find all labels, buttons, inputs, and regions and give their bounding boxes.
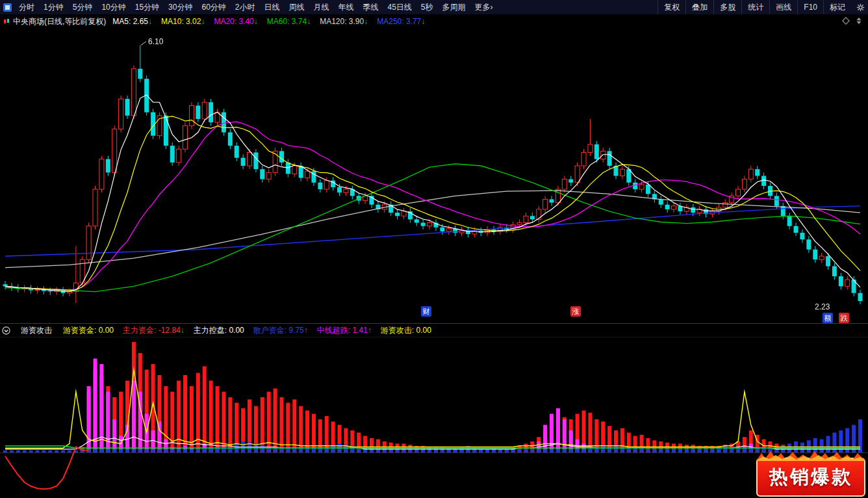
ma-item-2-text: MA20: 3.40 <box>214 17 253 26</box>
chart-badge-3[interactable]: 跌 <box>839 313 849 323</box>
indicator-item-3-arrow: ↑ <box>304 326 308 335</box>
ma-item-3: MA60: 3.74↓ <box>267 17 311 26</box>
collapse-icon[interactable] <box>2 326 10 335</box>
top-menu-bar: 分时1分钟5分钟10分钟15分钟30分钟60分钟2小时日线周线月线年线季线45日… <box>0 0 868 14</box>
menu-tool-5[interactable]: F10 <box>797 0 823 14</box>
menu-period-13[interactable]: 45日线 <box>383 0 416 14</box>
menu-period-9[interactable]: 周线 <box>285 0 309 14</box>
indicator-item-5-text: 游资攻击: 0.00 <box>381 326 431 335</box>
ma-item-1-arrow: ↓ <box>201 17 205 26</box>
menu-period-6[interactable]: 60分钟 <box>197 0 230 14</box>
menu-tool-6[interactable]: 标记 <box>823 0 851 14</box>
menu-period-10[interactable]: 月线 <box>309 0 334 14</box>
menu-period-8[interactable]: 日线 <box>260 0 285 14</box>
ma-item-5: MA250: 3.77↓ <box>377 17 425 26</box>
menu-period-7[interactable]: 2小时 <box>231 0 260 14</box>
stock-chart-icon[interactable] <box>3 18 10 25</box>
menu-period-12[interactable]: 季线 <box>359 0 383 14</box>
chart-badge-0[interactable]: 财 <box>421 306 431 317</box>
menu-period-11[interactable]: 年线 <box>334 0 359 14</box>
ma-item-1: MA10: 3.02↓ <box>161 17 205 26</box>
menu-period-14[interactable]: 5秒 <box>416 0 438 14</box>
indicator-chart-canvas[interactable] <box>0 337 868 498</box>
indicator-item-1: 主力资金: -12.84↓ <box>123 325 185 336</box>
low-price-label: 2.23 <box>815 302 830 311</box>
indicator-item-5: 游资攻击: 0.00 <box>381 325 431 336</box>
indicator-item-3: 散户资金: 9.75↑ <box>253 325 308 336</box>
indicator-item-4: 中线超跌: 1.41↑ <box>317 325 372 336</box>
indicator-item-2-text: 主力控盘: 0.00 <box>194 326 244 335</box>
gear-icon[interactable] <box>856 3 865 12</box>
menu-period-1[interactable]: 1分钟 <box>39 0 68 14</box>
menu-period-5[interactable]: 30分钟 <box>164 0 197 14</box>
menu-period-15[interactable]: 多周期 <box>438 0 470 14</box>
indicator-item-1-arrow: ↓ <box>181 326 185 335</box>
indicator-item-0-text: 游资资金: 0.00 <box>63 326 114 335</box>
indicator-panel-title[interactable]: 游资攻击 <box>21 325 52 336</box>
indicator-chart-panel: 热销爆款 <box>0 337 868 498</box>
indicator-item-4-text: 中线超跌: 1.41 <box>317 326 368 335</box>
ma-item-4-text: MA120: 3.90 <box>320 17 364 26</box>
indicator-item-1-text: 主力资金: -12.84 <box>123 326 181 335</box>
indicator-header-bar: 游资攻击 游资资金: 0.00主力资金: -12.84↓主力控盘: 0.00散户… <box>0 324 868 337</box>
period-menu-container: 分时1分钟5分钟10分钟15分钟30分钟60分钟2小时日线周线月线年线季线45日… <box>3 0 498 14</box>
ma-item-1-text: MA10: 3.02 <box>161 17 201 26</box>
indicator-values-list: 游资资金: 0.00主力资金: -12.84↓主力控盘: 0.00散户资金: 9… <box>61 325 431 336</box>
peak-price-label: 6.10 <box>148 37 163 46</box>
ma-item-0-arrow: ↓ <box>148 17 152 26</box>
stock-title: 中央商场(日线,等比前复权) <box>13 16 106 27</box>
menu-tool-4[interactable]: 画线 <box>769 0 797 14</box>
ma-item-4-arrow: ↓ <box>364 17 368 26</box>
menu-period-4[interactable]: 15分钟 <box>131 0 164 14</box>
indicator-item-4-arrow: ↑ <box>368 326 372 335</box>
ma-item-0-text: MA5: 2.65 <box>112 17 148 26</box>
chart-badge-2[interactable]: 额 <box>823 313 833 323</box>
chart-badge-1[interactable]: 涨 <box>570 306 581 317</box>
promo-banner[interactable]: 热销爆款 <box>756 458 865 497</box>
tool-menu-container: 复权叠加多股统计画线F10标记 <box>657 0 865 14</box>
menu-tool-2[interactable]: 多股 <box>713 0 741 14</box>
tool-menu: 复权叠加多股统计画线F10标记 <box>657 0 851 14</box>
menu-tool-1[interactable]: 叠加 <box>685 0 713 14</box>
period-menu: 分时1分钟5分钟10分钟15分钟30分钟60分钟2小时日线周线月线年线季线45日… <box>14 0 498 14</box>
ma-item-3-arrow: ↓ <box>307 17 311 26</box>
ma-item-2-arrow: ↓ <box>254 17 258 26</box>
menu-tool-0[interactable]: 复权 <box>657 0 685 14</box>
ma-item-5-text: MA250: 3.77 <box>377 17 421 26</box>
diamond-icon[interactable] <box>842 17 850 27</box>
ma-values-list: MA5: 2.65↓MA10: 3.02↓MA20: 3.40↓MA60: 3.… <box>112 17 842 26</box>
indicator-item-2: 主力控盘: 0.00 <box>194 325 244 336</box>
ma-item-4: MA120: 3.90↓ <box>320 17 368 26</box>
indicator-item-3-text: 散户资金: 9.75 <box>253 326 304 335</box>
main-chart-canvas[interactable] <box>0 29 868 323</box>
flame-decoration-icon <box>756 451 865 461</box>
main-chart-panel: 6.10 2.23 财涨额跌 <box>0 29 868 324</box>
info-bar: 中央商场(日线,等比前复权) MA5: 2.65↓MA10: 3.02↓MA20… <box>0 14 868 29</box>
menu-period-3[interactable]: 10分钟 <box>97 0 130 14</box>
menu-period-16[interactable]: 更多› <box>470 0 498 14</box>
menu-period-2[interactable]: 5分钟 <box>68 0 97 14</box>
ma-item-0: MA5: 2.65↓ <box>112 17 152 26</box>
indicator-item-0: 游资资金: 0.00 <box>63 325 114 336</box>
expand-updown-icon[interactable] <box>855 17 863 27</box>
ma-item-5-arrow: ↓ <box>421 17 425 26</box>
ma-item-2: MA20: 3.40↓ <box>214 17 257 26</box>
promo-text: 热销爆款 <box>769 464 852 490</box>
ma-item-3-text: MA60: 3.74 <box>267 17 307 26</box>
menu-period-0[interactable]: 分时 <box>14 0 39 14</box>
app-window-icon[interactable] <box>3 3 12 12</box>
menu-tool-3[interactable]: 统计 <box>741 0 769 14</box>
